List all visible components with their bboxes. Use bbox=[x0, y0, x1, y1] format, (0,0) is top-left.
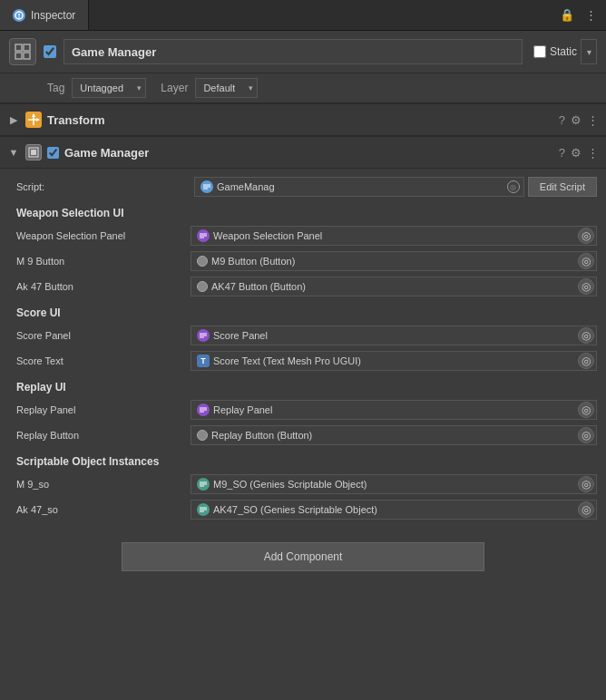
tag-select-wrapper: Untagged ▾ bbox=[72, 78, 146, 98]
replay-panel-select-btn[interactable]: ◎ bbox=[578, 402, 594, 418]
ak47-so-label: Ak 47_so bbox=[9, 504, 191, 515]
ak47-button-label: Ak 47 Button bbox=[9, 281, 191, 292]
m9-so-ref[interactable]: M9_SO (Genies Scriptable Object) ◎ bbox=[191, 474, 597, 494]
weapon-panel-ref-text: Weapon Selection Panel bbox=[213, 230, 322, 241]
replay-button-ref-icon bbox=[197, 430, 208, 441]
tag-select[interactable]: Untagged bbox=[72, 78, 146, 98]
replay-button-ref-text: Replay Button (Button) bbox=[211, 430, 312, 441]
m9-button-ref[interactable]: M9 Button (Button) ◎ bbox=[191, 251, 597, 271]
weapon-panel-select-btn[interactable]: ◎ bbox=[578, 228, 594, 244]
transform-icon bbox=[25, 112, 42, 128]
svg-rect-6 bbox=[24, 53, 30, 59]
object-enabled-checkbox[interactable] bbox=[44, 45, 56, 58]
m9-button-label: M 9 Button bbox=[9, 256, 191, 267]
weapon-selection-panel-ref[interactable]: Weapon Selection Panel ◎ bbox=[191, 226, 597, 246]
score-text-value: T Score Text (Text Mesh Pro UGUI) ◎ bbox=[191, 351, 597, 371]
static-dropdown-arrow[interactable]: ▾ bbox=[581, 39, 597, 64]
score-panel-ref[interactable]: Score Panel ◎ bbox=[191, 326, 597, 345]
svg-marker-10 bbox=[36, 118, 40, 122]
static-checkbox[interactable] bbox=[533, 45, 546, 58]
tag-layer-row: Tag Untagged ▾ Layer Default ▾ bbox=[0, 73, 606, 103]
ak47-button-ref-text: AK47 Button (Button) bbox=[211, 281, 306, 292]
m9-button-ref-text: M9 Button (Button) bbox=[211, 256, 295, 267]
layer-select[interactable]: Default bbox=[195, 78, 258, 98]
transform-settings-icon[interactable]: ⚙ bbox=[571, 113, 582, 127]
m9-so-ref-icon bbox=[197, 478, 210, 491]
transform-expand-arrow[interactable]: ▶ bbox=[7, 114, 20, 126]
inspector-icon bbox=[13, 9, 25, 22]
game-manager-enabled-checkbox[interactable] bbox=[47, 147, 59, 159]
replay-button-select-btn[interactable]: ◎ bbox=[578, 427, 594, 443]
add-component-button[interactable]: Add Component bbox=[122, 542, 484, 571]
tag-label: Tag bbox=[47, 82, 64, 94]
object-header: Static ▾ bbox=[0, 31, 606, 73]
add-component-area: Add Component bbox=[0, 528, 606, 586]
score-panel-label: Score Panel bbox=[9, 330, 191, 341]
tab-bar-controls: 🔒 ⋮ bbox=[559, 7, 606, 24]
m9-button-value: M9 Button (Button) ◎ bbox=[191, 251, 597, 271]
game-manager-help-icon[interactable]: ? bbox=[559, 146, 565, 160]
script-ref-icon bbox=[200, 180, 213, 193]
game-manager-settings-icon[interactable]: ⚙ bbox=[571, 146, 582, 160]
game-manager-body: Script: GameManag ◎ Edit Script Weapon S… bbox=[0, 169, 606, 528]
replay-button-label: Replay Button bbox=[9, 430, 191, 441]
ak47-so-ref-icon bbox=[197, 503, 210, 516]
game-manager-component-header[interactable]: ▼ Game Manager ? ⚙ ⋮ bbox=[0, 136, 606, 169]
layer-select-wrapper: Default ▾ bbox=[195, 78, 258, 98]
script-select-circle[interactable]: ◎ bbox=[507, 180, 520, 193]
transform-title: Transform bbox=[47, 113, 553, 127]
svg-marker-9 bbox=[32, 113, 35, 117]
score-text-label: Score Text bbox=[9, 355, 191, 366]
score-text-ref-text: Score Text (Text Mesh Pro UGUI) bbox=[213, 355, 361, 366]
score-text-ref[interactable]: T Score Text (Text Mesh Pro UGUI) ◎ bbox=[191, 351, 597, 371]
more-options-icon[interactable]: ⋮ bbox=[582, 7, 599, 24]
score-text-select-btn[interactable]: ◎ bbox=[578, 353, 594, 369]
m9-button-row: M 9 Button M9 Button (Button) ◎ bbox=[9, 248, 597, 274]
inspector-tab[interactable]: Inspector bbox=[0, 0, 89, 30]
replay-panel-ref[interactable]: Replay Panel ◎ bbox=[191, 400, 597, 420]
replay-panel-row: Replay Panel Replay Panel ◎ bbox=[9, 397, 597, 423]
transform-help-icon[interactable]: ? bbox=[559, 113, 565, 127]
ak47-so-ref-text: AK47_SO (Genies Scriptable Object) bbox=[213, 504, 377, 515]
ak47-so-ref[interactable]: AK47_SO (Genies Scriptable Object) ◎ bbox=[191, 500, 597, 520]
script-reference[interactable]: GameManag ◎ bbox=[194, 177, 524, 197]
score-panel-ref-icon bbox=[197, 329, 210, 342]
lock-icon[interactable]: 🔒 bbox=[559, 7, 575, 24]
edit-script-button[interactable]: Edit Script bbox=[528, 177, 597, 197]
score-panel-ref-text: Score Panel bbox=[213, 330, 268, 341]
weapon-selection-panel-label: Weapon Selection Panel bbox=[9, 230, 191, 241]
svg-rect-3 bbox=[15, 44, 22, 51]
object-name-input[interactable] bbox=[64, 39, 523, 64]
script-ref-text: GameManag bbox=[217, 181, 275, 192]
m9-select-btn[interactable]: ◎ bbox=[578, 253, 594, 269]
ak47-button-value: AK47 Button (Button) ◎ bbox=[191, 277, 597, 297]
weapon-panel-ref-icon bbox=[197, 229, 210, 242]
replay-panel-label: Replay Panel bbox=[9, 404, 191, 415]
score-text-ref-icon: T bbox=[197, 355, 210, 367]
ak47-so-select-btn[interactable]: ◎ bbox=[578, 501, 594, 518]
replay-button-ref[interactable]: Replay Button (Button) ◎ bbox=[191, 425, 597, 445]
script-field-row: Script: GameManag ◎ Edit Script bbox=[9, 174, 597, 199]
transform-header-icons: ? ⚙ ⋮ bbox=[559, 113, 599, 127]
weapon-selection-panel-value: Weapon Selection Panel ◎ bbox=[191, 226, 597, 246]
replay-button-row: Replay Button Replay Button (Button) ◎ bbox=[9, 423, 597, 448]
ak47-so-value: AK47_SO (Genies Scriptable Object) ◎ bbox=[191, 500, 597, 520]
ak47-select-btn[interactable]: ◎ bbox=[578, 278, 594, 295]
ak47-button-ref[interactable]: AK47 Button (Button) ◎ bbox=[191, 277, 597, 297]
score-panel-select-btn[interactable]: ◎ bbox=[578, 327, 594, 344]
ak47-button-ref-icon bbox=[197, 281, 208, 292]
game-manager-expand-arrow[interactable]: ▼ bbox=[7, 147, 20, 158]
m9-so-select-btn[interactable]: ◎ bbox=[578, 476, 594, 492]
transform-component-header[interactable]: ▶ Transform ? ⚙ ⋮ bbox=[0, 103, 606, 136]
transform-more-icon[interactable]: ⋮ bbox=[587, 113, 599, 127]
game-object-icon bbox=[9, 38, 36, 65]
script-field-label: Script: bbox=[9, 181, 191, 192]
tab-bar: Inspector 🔒 ⋮ bbox=[0, 0, 606, 31]
svg-rect-5 bbox=[15, 53, 22, 59]
game-manager-more-icon[interactable]: ⋮ bbox=[587, 146, 599, 160]
svg-rect-4 bbox=[24, 44, 30, 51]
scriptable-objects-section-label: Scriptable Object Instances bbox=[9, 448, 597, 472]
static-label: Static bbox=[550, 45, 577, 58]
static-row: Static ▾ bbox=[533, 39, 597, 64]
m9-so-label: M 9_so bbox=[9, 479, 191, 490]
